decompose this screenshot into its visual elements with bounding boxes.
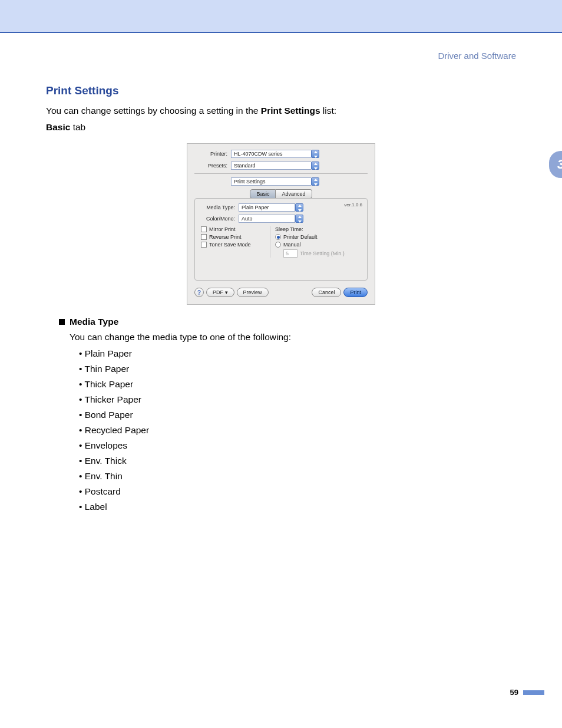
running-header: Driver and Software <box>46 51 516 61</box>
presets-select[interactable]: Standard <box>231 162 311 170</box>
mirror-print-label: Mirror Print <box>209 226 236 232</box>
time-unit-label: Time Setting (Min.) <box>300 251 345 256</box>
list-item: Thick Paper <box>79 379 516 390</box>
intro-text: You can change settings by choosing a se… <box>46 106 516 116</box>
media-type-row: Media Type: Plain Paper <box>201 203 361 212</box>
radio-on-icon <box>275 234 281 240</box>
dropdown-arrows-icon[interactable] <box>295 215 303 223</box>
color-mono-row: Color/Mono: Auto <box>201 215 361 223</box>
dropdown-arrows-icon[interactable] <box>295 203 303 212</box>
version-text: ver.1.0.6 <box>344 202 362 207</box>
time-setting-row: 5 Time Setting (Min.) <box>283 249 361 258</box>
page-footer: 59 <box>0 541 562 709</box>
dialog-separator <box>194 173 368 174</box>
dropdown-arrows-icon[interactable] <box>311 162 319 170</box>
subhead: Basic tab <box>46 122 516 133</box>
pane-select[interactable]: Print Settings <box>231 177 311 186</box>
list-item: Env. Thick <box>79 456 516 466</box>
list-item: Thin Paper <box>79 364 516 374</box>
reverse-print-checkbox[interactable]: Reverse Print <box>201 234 266 240</box>
page-content: Driver and Software 3 Print Settings You… <box>0 33 562 541</box>
toner-save-label: Toner Save Mode <box>209 242 251 248</box>
media-type-label: Media Type: <box>201 205 239 210</box>
list-item: Recycled Paper <box>79 425 516 436</box>
page-number: 59 <box>510 688 518 697</box>
list-item: Env. Thin <box>79 471 516 482</box>
media-type-desc: You can change the media type to one of … <box>70 332 516 342</box>
color-mono-label: Color/Mono: <box>201 216 239 222</box>
page-bar-icon <box>523 690 544 695</box>
presets-label: Presets: <box>194 163 231 169</box>
color-mono-select[interactable]: Auto <box>239 215 295 223</box>
tab-basic[interactable]: Basic <box>250 189 276 199</box>
checkbox-icon <box>201 242 207 248</box>
print-button[interactable]: Print <box>343 288 368 297</box>
options-columns: Mirror Print Reverse Print Toner Save Mo… <box>201 226 361 258</box>
subhead-bold: Basic <box>46 122 70 132</box>
left-column: Mirror Print Reverse Print Toner Save Mo… <box>201 226 270 258</box>
chapter-tab: 3 <box>549 151 562 178</box>
list-item: Plain Paper <box>79 348 516 359</box>
tabs: Basic Advanced <box>194 189 368 199</box>
dialog-figure: Printer: HL-4070CDW series Presets: Stan… <box>46 143 516 305</box>
pdf-button[interactable]: PDF ▾ <box>206 288 234 297</box>
subhead-suffix: tab <box>70 122 85 132</box>
tab-advanced[interactable]: Advanced <box>276 189 312 199</box>
sleep-manual-label: Manual <box>283 242 301 248</box>
print-dialog: Printer: HL-4070CDW series Presets: Stan… <box>187 143 375 305</box>
dialog-buttons-left: ? PDF ▾ Preview <box>194 288 269 297</box>
reverse-print-label: Reverse Print <box>209 234 242 240</box>
media-type-options: Plain Paper Thin Paper Thick Paper Thick… <box>79 348 516 512</box>
radio-off-icon <box>275 242 281 248</box>
list-item: Label <box>79 502 516 512</box>
list-item: Postcard <box>79 486 516 497</box>
right-column: Sleep Time: Printer Default Manual 5 Tim… <box>275 226 361 258</box>
square-bullet-icon <box>59 319 65 325</box>
sleep-default-label: Printer Default <box>283 234 318 240</box>
basic-panel: ver.1.0.6 Media Type: Plain Paper Color/… <box>194 198 368 281</box>
media-type-title: Media Type <box>70 317 118 327</box>
presets-row: Presets: Standard <box>194 162 368 170</box>
intro-prefix: You can change settings by choosing a se… <box>46 106 261 116</box>
intro-bold: Print Settings <box>261 106 320 116</box>
dropdown-arrows-icon[interactable] <box>311 150 319 158</box>
page-title: Print Settings <box>46 84 516 97</box>
list-item: Thicker Paper <box>79 394 516 405</box>
intro-suffix: list: <box>320 106 337 116</box>
checkbox-icon <box>201 234 207 240</box>
list-item: Envelopes <box>79 440 516 451</box>
media-type-select[interactable]: Plain Paper <box>239 203 295 212</box>
mirror-print-checkbox[interactable]: Mirror Print <box>201 226 266 232</box>
media-type-heading: Media Type <box>59 317 516 327</box>
sleep-default-radio[interactable]: Printer Default <box>275 234 361 240</box>
sleep-time-label: Sleep Time: <box>275 226 361 232</box>
dropdown-arrows-icon[interactable] <box>311 177 319 186</box>
printer-select[interactable]: HL-4070CDW series <box>231 150 311 158</box>
dialog-buttons: ? PDF ▾ Preview Cancel Print <box>194 288 368 297</box>
help-button[interactable]: ? <box>194 288 204 297</box>
preview-button[interactable]: Preview <box>237 288 269 297</box>
sleep-manual-radio[interactable]: Manual <box>275 242 361 248</box>
list-item: Bond Paper <box>79 410 516 420</box>
toner-save-checkbox[interactable]: Toner Save Mode <box>201 242 266 248</box>
top-band <box>0 0 562 33</box>
time-value-input[interactable]: 5 <box>283 249 297 258</box>
dialog-buttons-right: Cancel Print <box>312 288 368 297</box>
printer-label: Printer: <box>194 151 231 157</box>
printer-row: Printer: HL-4070CDW series <box>194 150 368 158</box>
pane-row: Print Settings <box>194 177 368 186</box>
checkbox-icon <box>201 226 207 232</box>
cancel-button[interactable]: Cancel <box>312 288 341 297</box>
